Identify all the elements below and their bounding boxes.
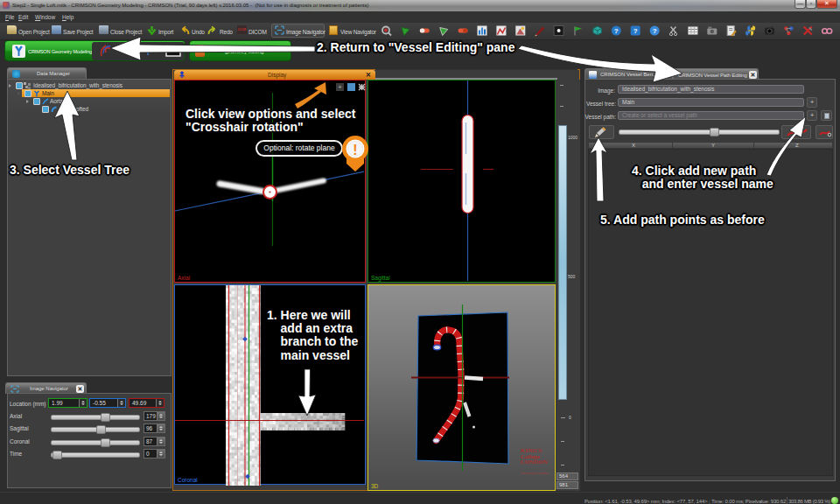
svg-text:?: ?	[653, 27, 657, 35]
svg-text:?: ?	[634, 27, 638, 35]
svg-text:!: !	[353, 143, 357, 158]
svg-text:?: ?	[614, 27, 619, 35]
